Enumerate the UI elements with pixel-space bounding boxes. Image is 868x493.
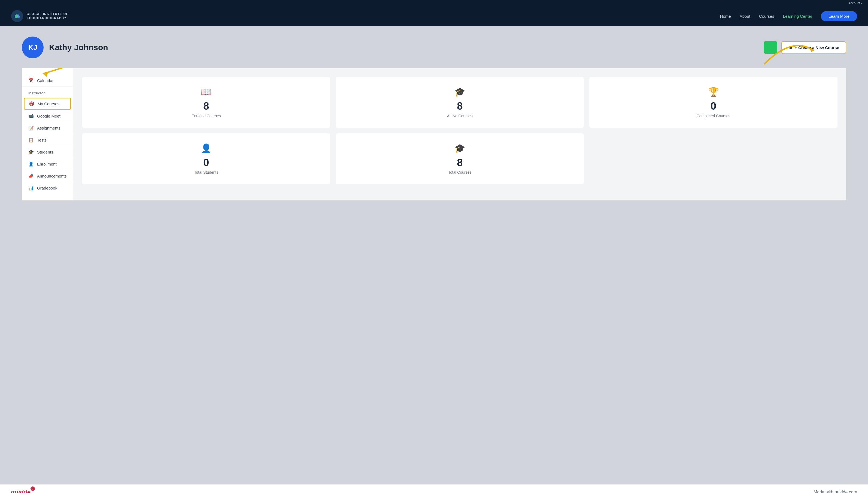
- completed-number: 0: [710, 100, 716, 112]
- stats-area: 📖 8 Enrolled Courses 🎓 8 Active Courses …: [73, 68, 846, 200]
- nav-home[interactable]: Home: [720, 14, 731, 19]
- guidde-logo-area: guidde. 1: [11, 489, 32, 493]
- stat-card-completed: 🏆 0 Completed Courses: [589, 77, 838, 128]
- nav-links: Home About Courses Learning Center Learn…: [720, 11, 857, 21]
- completed-icon: 🏆: [708, 87, 719, 97]
- sidebar-calendar-label: Calendar: [37, 78, 54, 83]
- enrolled-label: Enrolled Courses: [191, 114, 221, 118]
- active-label: Active Courses: [447, 114, 473, 118]
- calendar-icon: 📅: [28, 78, 34, 83]
- enrolled-number: 8: [203, 100, 209, 112]
- stats-grid: 📖 8 Enrolled Courses 🎓 8 Active Courses …: [82, 77, 838, 184]
- stat-card-total-courses: 🎓 8 Total Courses: [336, 133, 584, 184]
- stat-card-active: 🎓 8 Active Courses: [336, 77, 584, 128]
- enrolled-icon: 📖: [201, 87, 212, 97]
- sidebar-enrollment-label: Enrollment: [37, 162, 57, 166]
- account-label[interactable]: Account: [848, 1, 860, 5]
- total-courses-label: Total Courses: [448, 170, 472, 174]
- tests-icon: 📋: [28, 137, 34, 143]
- nav-about[interactable]: About: [740, 14, 750, 19]
- bottom-bar: guidde. 1 Made with guidde.com: [0, 484, 868, 493]
- account-dropdown-arrow: ▾: [861, 2, 863, 5]
- avatar: KJ: [22, 37, 44, 58]
- sidebar-item-google-meet[interactable]: 📹 Google Meet: [22, 110, 73, 122]
- sidebar-google-meet-label: Google Meet: [37, 114, 61, 119]
- total-students-label: Total Students: [194, 170, 218, 174]
- announcements-icon: 📣: [28, 173, 34, 178]
- logo-text: Global Institute of Echocardiography: [27, 12, 68, 20]
- gradebook-icon: 📊: [28, 186, 34, 191]
- top-navigation: Global Institute of Echocardiography Hom…: [0, 6, 868, 26]
- sidebar-tests-label: Tests: [37, 138, 47, 142]
- sidebar-item-announcements[interactable]: 📣 Announcements: [22, 170, 73, 182]
- completed-label: Completed Courses: [696, 114, 730, 118]
- total-students-number: 0: [203, 157, 209, 169]
- active-icon: 🎓: [454, 87, 465, 97]
- guidde-logo: guidde.: [11, 489, 32, 493]
- sidebar-item-enrollment[interactable]: 👤 Enrollment: [22, 158, 73, 170]
- svg-marker-1: [809, 47, 814, 52]
- sidebar-item-gradebook[interactable]: 📊 Gradebook: [22, 182, 73, 194]
- sidebar-item-my-courses[interactable]: 🎯 My Courses: [24, 98, 71, 110]
- assignments-icon: 📝: [28, 125, 34, 131]
- sidebar-item-students[interactable]: 🎓 Students: [22, 146, 73, 158]
- logo-icon: [11, 10, 23, 22]
- nav-courses[interactable]: Courses: [759, 14, 774, 19]
- google-meet-icon: 📹: [28, 113, 34, 119]
- sidebar-item-calendar[interactable]: 📅 Calendar: [22, 75, 73, 87]
- stat-card-enrolled: 📖 8 Enrolled Courses: [82, 77, 330, 128]
- made-with-label: Made with guidde.com: [814, 490, 857, 493]
- sidebar-item-tests[interactable]: 📋 Tests: [22, 134, 73, 146]
- sidebar-gradebook-label: Gradebook: [37, 186, 57, 190]
- sidebar: 📅 Calendar Instructor 🎯 My Courses 📹 Goo…: [22, 68, 73, 200]
- sidebar-item-assignments[interactable]: 📝 Assignments: [22, 122, 73, 134]
- profile-name: Kathy Johnson: [49, 43, 108, 52]
- sidebar-assignments-label: Assignments: [37, 126, 61, 130]
- profile-header: KJ Kathy Johnson ⊞ + Create a New Course: [22, 37, 846, 58]
- sidebar-announcements-label: Announcements: [37, 174, 67, 178]
- total-courses-icon: 🎓: [454, 143, 465, 153]
- main-content: KJ Kathy Johnson ⊞ + Create a New Course…: [0, 26, 868, 484]
- students-stat-icon: 👤: [201, 143, 212, 153]
- learn-more-button[interactable]: Learn More: [821, 11, 857, 21]
- sidebar-my-courses-label: My Courses: [38, 102, 60, 106]
- sidebar-students-label: Students: [37, 150, 53, 154]
- nav-learning-center[interactable]: Learning Center: [783, 14, 813, 19]
- courses-icon: 🎯: [29, 101, 34, 106]
- active-number: 8: [457, 100, 463, 112]
- guidde-badge-count: 1: [30, 487, 35, 491]
- logo: Global Institute of Echocardiography: [11, 10, 68, 22]
- profile-left: KJ Kathy Johnson: [22, 37, 108, 58]
- students-icon: 🎓: [28, 149, 34, 155]
- total-courses-number: 8: [457, 157, 463, 169]
- sidebar-section-instructor: Instructor: [22, 87, 73, 97]
- arrow-annotation: [748, 31, 830, 69]
- stat-card-total-students: 👤 0 Total Students: [82, 133, 330, 184]
- enrollment-icon: 👤: [28, 162, 34, 167]
